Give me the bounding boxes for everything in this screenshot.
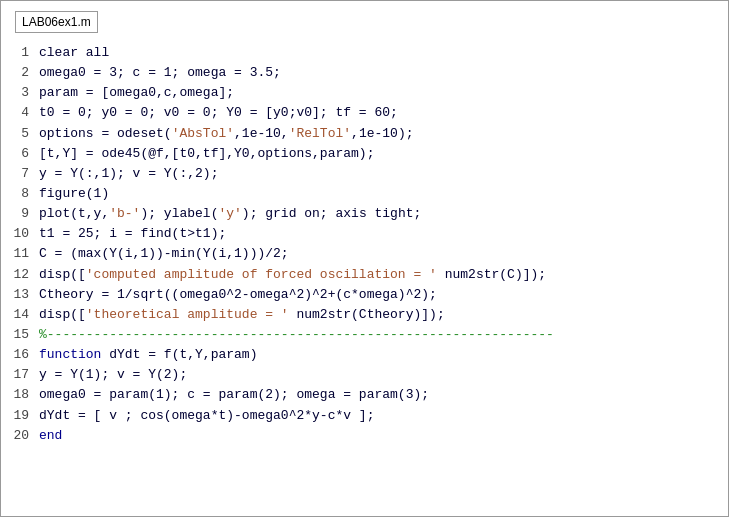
code-line: 2omega0 = 3; c = 1; omega = 3.5; xyxy=(9,63,720,83)
line-number: 14 xyxy=(9,305,29,325)
line-content: omega0 = param(1); c = param(2); omega =… xyxy=(39,385,429,405)
code-line: 10t1 = 25; i = find(t>t1); xyxy=(9,224,720,244)
code-line: 20end xyxy=(9,426,720,446)
line-number: 6 xyxy=(9,144,29,164)
line-number: 18 xyxy=(9,385,29,405)
line-number: 2 xyxy=(9,63,29,83)
code-line: 9plot(t,y,'b-'); ylabel('y'); grid on; a… xyxy=(9,204,720,224)
line-number: 5 xyxy=(9,124,29,144)
code-area: 1clear all2omega0 = 3; c = 1; omega = 3.… xyxy=(1,39,728,458)
file-title: LAB06ex1.m xyxy=(15,11,98,33)
line-number: 17 xyxy=(9,365,29,385)
line-content: t1 = 25; i = find(t>t1); xyxy=(39,224,226,244)
line-content: param = [omega0,c,omega]; xyxy=(39,83,234,103)
code-line: 17y = Y(1); v = Y(2); xyxy=(9,365,720,385)
code-line: 14disp(['theoretical amplitude = ' num2s… xyxy=(9,305,720,325)
line-content: options = odeset('AbsTol',1e-10,'RelTol'… xyxy=(39,124,414,144)
line-content: plot(t,y,'b-'); ylabel('y'); grid on; ax… xyxy=(39,204,421,224)
code-line: 3param = [omega0,c,omega]; xyxy=(9,83,720,103)
line-content: omega0 = 3; c = 1; omega = 3.5; xyxy=(39,63,281,83)
code-line: 12disp(['computed amplitude of forced os… xyxy=(9,265,720,285)
line-number: 20 xyxy=(9,426,29,446)
line-number: 10 xyxy=(9,224,29,244)
line-number: 13 xyxy=(9,285,29,305)
code-line: 8figure(1) xyxy=(9,184,720,204)
line-content: %---------------------------------------… xyxy=(39,325,554,345)
line-number: 9 xyxy=(9,204,29,224)
line-content: C = (max(Y(i,1))-min(Y(i,1)))/2; xyxy=(39,244,289,264)
line-content: disp(['computed amplitude of forced osci… xyxy=(39,265,546,285)
line-number: 8 xyxy=(9,184,29,204)
line-number: 11 xyxy=(9,244,29,264)
code-line: 19dYdt = [ v ; cos(omega*t)-omega0^2*y-c… xyxy=(9,406,720,426)
line-content: y = Y(1); v = Y(2); xyxy=(39,365,187,385)
code-line: 5options = odeset('AbsTol',1e-10,'RelTol… xyxy=(9,124,720,144)
line-number: 15 xyxy=(9,325,29,345)
line-content: function dYdt = f(t,Y,param) xyxy=(39,345,257,365)
line-number: 12 xyxy=(9,265,29,285)
line-number: 16 xyxy=(9,345,29,365)
code-line: 15%-------------------------------------… xyxy=(9,325,720,345)
line-content: figure(1) xyxy=(39,184,109,204)
line-content: dYdt = [ v ; cos(omega*t)-omega0^2*y-c*v… xyxy=(39,406,374,426)
code-line: 4t0 = 0; y0 = 0; v0 = 0; Y0 = [y0;v0]; t… xyxy=(9,103,720,123)
line-number: 7 xyxy=(9,164,29,184)
line-number: 4 xyxy=(9,103,29,123)
line-number: 1 xyxy=(9,43,29,63)
line-content: disp(['theoretical amplitude = ' num2str… xyxy=(39,305,445,325)
line-number: 3 xyxy=(9,83,29,103)
code-line: 11C = (max(Y(i,1))-min(Y(i,1)))/2; xyxy=(9,244,720,264)
line-content: clear all xyxy=(39,43,109,63)
editor-window: LAB06ex1.m 1clear all2omega0 = 3; c = 1;… xyxy=(0,0,729,517)
line-content: y = Y(:,1); v = Y(:,2); xyxy=(39,164,218,184)
code-line: 6[t,Y] = ode45(@f,[t0,tf],Y0,options,par… xyxy=(9,144,720,164)
line-number: 19 xyxy=(9,406,29,426)
line-content: end xyxy=(39,426,62,446)
code-line: 16function dYdt = f(t,Y,param) xyxy=(9,345,720,365)
code-line: 7y = Y(:,1); v = Y(:,2); xyxy=(9,164,720,184)
code-line: 13Ctheory = 1/sqrt((omega0^2-omega^2)^2+… xyxy=(9,285,720,305)
line-content: [t,Y] = ode45(@f,[t0,tf],Y0,options,para… xyxy=(39,144,374,164)
code-line: 1clear all xyxy=(9,43,720,63)
line-content: Ctheory = 1/sqrt((omega0^2-omega^2)^2+(c… xyxy=(39,285,437,305)
line-content: t0 = 0; y0 = 0; v0 = 0; Y0 = [y0;v0]; tf… xyxy=(39,103,398,123)
code-line: 18omega0 = param(1); c = param(2); omega… xyxy=(9,385,720,405)
